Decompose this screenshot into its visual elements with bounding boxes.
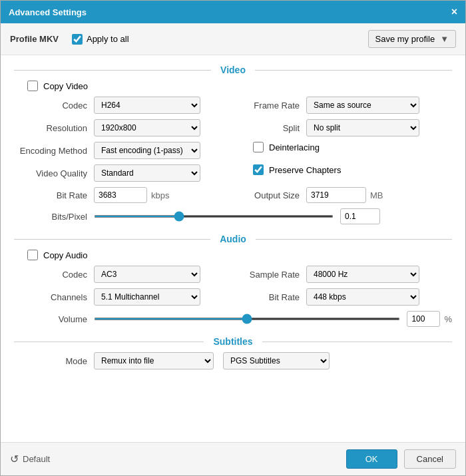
- bits-pixel-slider[interactable]: [94, 215, 334, 218]
- footer-actions: OK Cancel: [346, 449, 456, 469]
- resolution-col: Resolution 1920x8001920x10801280x720: [14, 119, 233, 142]
- samplerate-col: Sample Rate 48000 Hz44100 Hz: [233, 266, 452, 288]
- bits-pixel-row: Bits/Pixel 0.1: [14, 208, 452, 224]
- volume-value[interactable]: 100: [407, 311, 440, 327]
- audio-bitrate-row: Bit Rate 448 kbps320 kbps256 kbps: [246, 288, 452, 306]
- save-profile-button[interactable]: Save my profile ▼: [368, 30, 456, 48]
- codec-label: Codec: [14, 101, 94, 111]
- video-row1: Codec H264H265MPEG4 Frame Rate Same as s…: [14, 97, 452, 119]
- apply-all-text: Apply to all: [87, 34, 129, 44]
- framerate-select[interactable]: Same as source23.9730: [306, 97, 419, 114]
- channels-col: Channels 5.1 MultichannelStereoMono: [14, 288, 233, 311]
- quality-col: Video Quality StandardHighUltra HighCust…: [14, 164, 233, 187]
- samplerate-label: Sample Rate: [246, 270, 306, 280]
- audio-line-left: [14, 239, 210, 240]
- copy-video-row: Copy Video: [14, 81, 452, 91]
- volume-slider[interactable]: [94, 318, 400, 320]
- subtitle-type-select[interactable]: PGS SubtitlesSRT Subtitles: [223, 352, 330, 369]
- channels-select[interactable]: 5.1 MultichannelStereoMono: [94, 288, 200, 306]
- default-button[interactable]: ↺ Default: [10, 453, 50, 465]
- apply-all-label[interactable]: Apply to all: [72, 34, 129, 45]
- audio-row2: Channels 5.1 MultichannelStereoMono Bit …: [14, 288, 452, 311]
- channels-label: Channels: [14, 292, 94, 302]
- deinterlacing-checkbox[interactable]: [253, 142, 264, 152]
- copy-video-checkbox[interactable]: [27, 81, 38, 91]
- video-row2: Resolution 1920x8001920x10801280x720 Spl…: [14, 119, 452, 142]
- split-label: Split: [246, 123, 306, 133]
- advanced-settings-dialog: Advanced Settings × Profile MKV Apply to…: [0, 0, 466, 476]
- codec-col: Codec H264H265MPEG4: [14, 97, 233, 119]
- resolution-select[interactable]: 1920x8001920x10801280x720: [94, 119, 200, 136]
- copy-audio-label: Copy Audio: [43, 250, 88, 260]
- subtitles-line-right: [262, 342, 452, 342]
- outputsize-row: Output Size 3719 MB: [246, 187, 452, 203]
- ok-button[interactable]: OK: [346, 449, 397, 469]
- subtitles-line-left: [14, 342, 204, 342]
- framerate-col: Frame Rate Same as source23.9730: [233, 97, 452, 119]
- default-label: Default: [23, 454, 50, 464]
- encoding-select[interactable]: Fast encoding (1-pass)HQ encoding (2-pas…: [94, 142, 200, 159]
- dialog-title: Advanced Settings: [9, 7, 87, 17]
- subtitles-section-header: Subtitles: [14, 336, 452, 347]
- video-row3: Encoding Method Fast encoding (1-pass)HQ…: [14, 142, 452, 164]
- bitrate-label: Bit Rate: [14, 190, 94, 200]
- reset-icon: ↺: [10, 453, 19, 465]
- audio-codec-select[interactable]: AC3AACMP3: [94, 266, 200, 283]
- subtitles-section-title: Subtitles: [204, 336, 262, 347]
- cancel-button[interactable]: Cancel: [404, 449, 456, 469]
- video-row5: Bit Rate 3683 kbps Output Size 3719 MB: [14, 187, 452, 208]
- video-line-right: [255, 70, 452, 71]
- video-section-title: Video: [211, 65, 255, 75]
- title-bar: Advanced Settings ×: [1, 1, 465, 23]
- split-select[interactable]: No splitBy sizeBy time: [306, 119, 419, 136]
- outputsize-label: Output Size: [246, 190, 306, 200]
- deinterlacing-label: Deinterlacing: [269, 142, 320, 152]
- outputsize-input[interactable]: 3719: [306, 187, 366, 203]
- framerate-label: Frame Rate: [246, 101, 306, 111]
- quality-select[interactable]: StandardHighUltra HighCustom: [94, 164, 200, 182]
- resolution-label: Resolution: [14, 123, 94, 133]
- encoding-label: Encoding Method: [14, 146, 94, 156]
- deinterlace-row: Deinterlacing: [253, 142, 452, 152]
- samplerate-select[interactable]: 48000 Hz44100 Hz: [306, 266, 419, 283]
- copy-audio-row: Copy Audio: [14, 250, 452, 260]
- apply-all-checkbox[interactable]: [72, 34, 83, 45]
- volume-unit: %: [444, 314, 452, 324]
- codec-select[interactable]: H264H265MPEG4: [94, 97, 200, 114]
- split-row: Split No splitBy sizeBy time: [246, 119, 452, 136]
- video-section-header: Video: [14, 65, 452, 75]
- preserve-chapters-checkbox[interactable]: [253, 164, 264, 175]
- subtitle-mode-row: Mode Remux into fileBurn into videoExtra…: [14, 352, 452, 369]
- audio-bitrate-label: Bit Rate: [246, 292, 306, 302]
- preserve-col: Preserve Chapters: [233, 164, 452, 187]
- resolution-row: Resolution 1920x8001920x10801280x720: [14, 119, 220, 136]
- deinterlace-col: Deinterlacing: [233, 142, 452, 164]
- preserve-chapters-row: Preserve Chapters: [253, 164, 452, 175]
- bits-pixel-label: Bits/Pixel: [14, 212, 94, 222]
- profile-label: Profile MKV: [10, 34, 59, 44]
- subtitle-mode-label: Mode: [14, 356, 94, 366]
- audio-bitrate-col: Bit Rate 448 kbps320 kbps256 kbps: [233, 288, 452, 311]
- bitrate-row: Bit Rate 3683 kbps: [14, 187, 220, 203]
- audio-bitrate-select[interactable]: 448 kbps320 kbps256 kbps: [306, 288, 419, 306]
- audio-line-right: [256, 239, 452, 240]
- outputsize-unit: MB: [370, 190, 383, 200]
- copy-audio-checkbox[interactable]: [27, 250, 38, 260]
- video-row4: Video Quality StandardHighUltra HighCust…: [14, 164, 452, 187]
- close-button[interactable]: ×: [451, 6, 457, 18]
- bits-pixel-value[interactable]: 0.1: [340, 208, 380, 224]
- volume-row: Volume 100 %: [14, 311, 452, 327]
- save-profile-label: Save my profile: [375, 34, 435, 44]
- bitrate-input[interactable]: 3683: [94, 187, 147, 203]
- quality-label: Video Quality: [14, 168, 94, 178]
- bitrate-unit: kbps: [151, 190, 169, 200]
- audio-codec-label: Codec: [14, 270, 94, 280]
- audio-codec-row: Codec AC3AACMP3: [14, 266, 220, 283]
- bitrate-col: Bit Rate 3683 kbps: [14, 187, 233, 208]
- encoding-col: Encoding Method Fast encoding (1-pass)HQ…: [14, 142, 233, 164]
- quality-row: Video Quality StandardHighUltra HighCust…: [14, 164, 220, 182]
- codec-row: Codec H264H265MPEG4: [14, 97, 220, 114]
- split-col: Split No splitBy sizeBy time: [233, 119, 452, 142]
- subtitle-mode-select[interactable]: Remux into fileBurn into videoExtract: [94, 352, 214, 369]
- footer: ↺ Default OK Cancel: [1, 442, 465, 475]
